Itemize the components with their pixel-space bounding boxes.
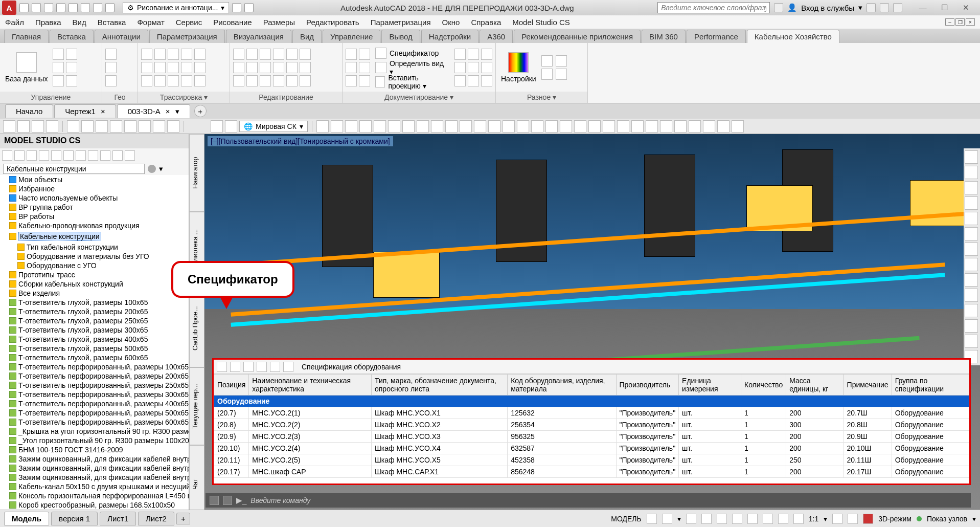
icon[interactable] <box>346 49 357 60</box>
tool-icon[interactable] <box>965 227 978 240</box>
grid-icon[interactable] <box>647 514 657 524</box>
tree-item[interactable]: Зажим оцинкованный, для фиксации кабелей… <box>0 464 189 473</box>
tool-icon[interactable] <box>270 362 280 372</box>
qat-icon[interactable] <box>81 3 90 12</box>
table-row[interactable]: (20.7)MHC.УСО.2(1)Шкаф MHC.УСО.X1125632"… <box>214 407 969 419</box>
signin-link[interactable]: Вход в службы <box>801 4 854 12</box>
tool-icon[interactable] <box>474 120 486 133</box>
tool-icon[interactable] <box>211 120 223 133</box>
column-header[interactable]: Производитель <box>616 375 679 396</box>
tool-icon[interactable] <box>965 166 978 179</box>
icon[interactable] <box>260 49 271 60</box>
layout-tab[interactable]: Лист1 <box>100 512 136 525</box>
tool-icon[interactable] <box>331 120 343 133</box>
ribbon-tab[interactable]: Вставка <box>50 30 94 43</box>
menu-item[interactable]: Правка <box>35 18 61 27</box>
ribbon-tab[interactable]: Параметризация <box>149 30 225 43</box>
icon[interactable] <box>194 49 206 60</box>
icon[interactable] <box>541 69 553 80</box>
tool-icon[interactable] <box>431 120 443 133</box>
tree-node[interactable]: Часто используемые объекты <box>0 193 189 203</box>
status-icon[interactable] <box>747 514 758 524</box>
settings-button[interactable]: Настройки <box>499 50 538 85</box>
icon[interactable] <box>260 75 271 86</box>
icon[interactable] <box>148 165 156 173</box>
ribbon-tab[interactable]: Performance <box>687 30 746 43</box>
icon[interactable] <box>273 62 284 73</box>
tool-icon[interactable] <box>81 120 94 133</box>
tool-icon[interactable] <box>545 120 558 133</box>
icon[interactable] <box>154 62 166 73</box>
tool-icon[interactable] <box>531 120 543 133</box>
status-icon[interactable] <box>832 514 842 524</box>
tool-icon[interactable] <box>125 150 135 161</box>
icon[interactable] <box>300 49 311 60</box>
tool-icon[interactable] <box>965 319 978 333</box>
icon[interactable] <box>181 62 192 73</box>
tool-icon[interactable] <box>257 362 267 372</box>
menu-item[interactable]: Справка <box>471 18 501 27</box>
status-icon[interactable] <box>732 514 742 524</box>
icon[interactable] <box>346 62 357 73</box>
tool-icon[interactable] <box>225 120 237 133</box>
viewport-label[interactable]: [–][Пользовательский вид][Тонированный с… <box>208 136 393 146</box>
mdi-close[interactable]: × <box>966 18 975 26</box>
icon[interactable] <box>53 75 64 86</box>
tool-icon[interactable] <box>965 304 978 317</box>
tool-icon[interactable] <box>965 181 978 194</box>
tree-item[interactable]: _Угол горизонтальный 90 гр. R300 размеры… <box>0 436 189 445</box>
tool-icon[interactable] <box>732 120 744 133</box>
icon[interactable] <box>233 49 244 60</box>
status-nodes[interactable]: Показ узлов <box>927 515 967 523</box>
tool-icon[interactable] <box>230 362 240 372</box>
qat-icon[interactable] <box>93 3 102 12</box>
tool-icon[interactable] <box>76 150 86 161</box>
tool-icon[interactable] <box>965 243 978 256</box>
tree-item[interactable]: Т-ответвитель глухой, размеры 100x65 <box>0 298 189 307</box>
maximize-button[interactable]: ☐ <box>934 2 954 13</box>
tool-icon[interactable] <box>965 150 978 164</box>
tool-icon[interactable] <box>39 150 49 161</box>
icon[interactable] <box>66 62 77 73</box>
icon[interactable] <box>233 62 244 73</box>
menu-item[interactable]: Рисование <box>213 18 252 27</box>
tool-icon[interactable] <box>965 273 978 287</box>
icon[interactable] <box>246 49 258 60</box>
side-tab[interactable]: Навигатор <box>189 134 204 212</box>
qat-icon[interactable] <box>105 3 115 12</box>
table-row[interactable]: (20.11)MHC.УСО.2(5)Шкаф MHC.УСО.X5452358… <box>214 454 969 466</box>
icon[interactable] <box>246 62 258 73</box>
tree-node[interactable]: Сборки кабельных конструкций <box>0 279 189 289</box>
icon[interactable] <box>154 49 166 60</box>
icon[interactable] <box>346 75 357 86</box>
help-icon[interactable] <box>893 3 902 12</box>
tool-icon[interactable] <box>51 150 61 161</box>
tool-icon[interactable] <box>316 120 329 133</box>
tool-icon[interactable] <box>517 120 529 133</box>
icon[interactable] <box>194 75 206 86</box>
ribbon-tab[interactable]: Рекомендованные приложения <box>514 30 641 43</box>
tool-icon[interactable] <box>460 120 472 133</box>
database-button[interactable]: База данных <box>3 50 50 85</box>
close-button[interactable]: ✕ <box>955 2 976 13</box>
icon[interactable] <box>286 49 298 60</box>
tree-item[interactable]: Т-ответвитель глухой, размеры 300x65 <box>0 325 189 335</box>
mdi-restore[interactable]: ❐ <box>955 18 965 26</box>
icon[interactable] <box>273 49 284 60</box>
tool-icon[interactable] <box>631 120 644 133</box>
group-row[interactable]: Оборудование <box>214 396 969 407</box>
tool-icon[interactable] <box>603 120 615 133</box>
icon[interactable] <box>66 75 77 86</box>
tree-item[interactable]: Зажим оцинкованный, для фиксации кабелей… <box>0 454 189 464</box>
menu-item[interactable]: Размеры <box>263 18 295 27</box>
menu-item[interactable]: Model Studio CS <box>512 18 570 27</box>
document-tab[interactable]: Чертеж1× <box>54 104 116 118</box>
tool-icon[interactable] <box>27 150 37 161</box>
new-tab-button[interactable]: + <box>194 105 207 117</box>
tree-item[interactable]: Т-ответвитель перфорированный, размеры 3… <box>0 390 189 399</box>
table-row[interactable]: (20.10)MHC.УСО.2(4)Шкаф MHC.УСО.X4632587… <box>214 443 969 454</box>
tool-icon[interactable] <box>88 150 98 161</box>
tree-node[interactable]: Оборудование с УГО <box>0 261 189 270</box>
menu-item[interactable]: Окно <box>442 18 460 27</box>
tool-icon[interactable] <box>402 120 415 133</box>
